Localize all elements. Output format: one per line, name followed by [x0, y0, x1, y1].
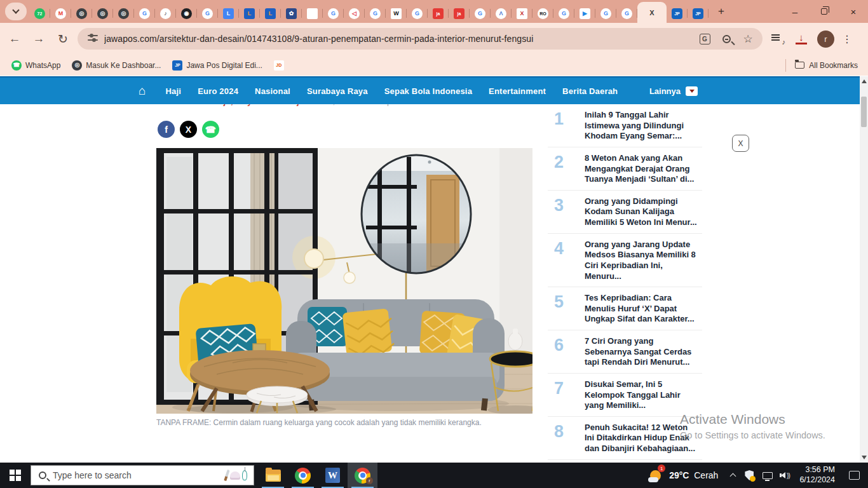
scrollbar-thumb[interactable] [861, 97, 867, 127]
nav-link[interactable]: Surabaya Raya [307, 86, 368, 96]
browser-tab[interactable]: G [323, 4, 344, 23]
window-close-button[interactable]: × [839, 0, 868, 23]
taskbar-search[interactable] [31, 465, 254, 485]
nav-link[interactable]: Nasional [255, 86, 290, 96]
ad-close-button[interactable]: X [732, 135, 749, 152]
browser-tab[interactable]: G [470, 4, 491, 23]
search-input[interactable] [53, 470, 226, 480]
network-icon[interactable] [759, 463, 776, 488]
bookmark-item[interactable]: ☎ WhatsApp [11, 60, 60, 71]
scroll-up-arrow[interactable] [862, 79, 867, 83]
article-title-link[interactable]: Orang yang Didampingi Kodam Sunan Kalija… [585, 196, 702, 228]
browser-tab[interactable]: ✿ [281, 4, 302, 23]
start-button[interactable] [0, 463, 31, 488]
browser-tab[interactable]: M [50, 4, 71, 23]
browser-tab[interactable]: G [197, 4, 218, 23]
browser-tab[interactable]: X [512, 4, 532, 23]
notification-center-icon[interactable] [843, 463, 865, 488]
popular-article-item[interactable]: 7 Disukai Semar, Ini 5 Kelompok Tanggal … [548, 374, 702, 417]
scroll-down-arrow[interactable] [862, 456, 867, 459]
browser-tab[interactable]: ◉ [176, 4, 197, 23]
browser-tab[interactable]: G [616, 4, 637, 23]
tray-chevron-up-icon[interactable] [724, 463, 742, 488]
browser-menu-icon[interactable]: ⋮ [842, 33, 852, 45]
article-title-link[interactable]: Tes Kepribadian: Cara Menulis Huruf ‘X’ … [585, 293, 702, 325]
browser-tab[interactable]: ▶ [574, 4, 595, 23]
tab-search-chevron-icon[interactable] [5, 3, 27, 20]
browser-tab[interactable]: G [134, 4, 155, 23]
all-bookmarks-button[interactable]: All Bookmarks [785, 59, 858, 72]
popular-article-item[interactable]: 6 7 Ciri Orang yang Sebenarnya Sangat Ce… [548, 330, 702, 374]
media-playlist-icon[interactable] [771, 34, 784, 44]
browser-tab[interactable]: G [595, 4, 616, 23]
browser-tab[interactable]: ◎ [71, 4, 92, 23]
article-title-link[interactable]: 7 Ciri Orang yang Sebenarnya Sangat Cerd… [585, 336, 702, 368]
profile-avatar[interactable]: r [817, 30, 834, 48]
new-tab-button[interactable]: + [712, 3, 730, 20]
browser-tab[interactable]: ◁ [344, 4, 365, 23]
browser-tab[interactable]: JP [688, 4, 709, 23]
bookmark-item[interactable]: JD [274, 60, 288, 71]
browser-tab[interactable]: 72 [29, 4, 50, 23]
browser-tab[interactable]: RO [532, 4, 553, 23]
taskbar-word[interactable]: W [318, 463, 348, 488]
bookmark-item[interactable]: JP Jawa Pos Digital Edi... [172, 60, 262, 71]
article-title-link[interactable]: Orang yang Jarang Update Medsos Biasanya… [585, 240, 702, 282]
taskbar-chrome-active[interactable]: r [348, 463, 377, 488]
browser-tab[interactable]: L [260, 4, 281, 23]
article-title-link[interactable]: Disukai Semar, Ini 5 Kelompok Tanggal La… [585, 379, 702, 411]
taskbar-file-explorer[interactable] [258, 463, 288, 488]
popular-article-item[interactable]: 1 Inilah 9 Tanggal Lahir Istimewa yang D… [548, 104, 702, 147]
nav-link[interactable]: Berita Daerah [562, 86, 618, 96]
browser-tab[interactable]: G [553, 4, 574, 23]
speaker-icon[interactable]: )) [776, 463, 793, 488]
url-text[interactable]: jawapos.com/arsitektur-dan-desain/014743… [104, 34, 691, 44]
browser-tab[interactable]: G [365, 4, 386, 23]
share-button[interactable]: f [158, 121, 175, 138]
nav-more[interactable]: Lainnya [649, 86, 698, 96]
share-button[interactable]: X [180, 121, 197, 138]
browser-tab-active[interactable]: X [637, 2, 667, 23]
browser-tab[interactable]: JP [667, 4, 688, 23]
back-button[interactable]: ← [5, 29, 24, 48]
browser-tab[interactable]: ♪ [155, 4, 176, 23]
browser-tab[interactable]: ja [428, 4, 449, 23]
window-minimize-button[interactable]: – [780, 0, 810, 23]
zoom-out-icon[interactable] [718, 30, 735, 47]
download-icon[interactable]: ↓ [796, 33, 807, 44]
bookmark-star-icon[interactable]: ☆ [740, 30, 756, 47]
article-title-link[interactable]: 8 Weton Anak yang Akan Mengangkat Deraja… [585, 153, 702, 185]
browser-tab[interactable]: L [239, 4, 260, 23]
address-bar[interactable]: jawapos.com/arsitektur-dan-desain/014743… [78, 28, 763, 50]
bookmark-item[interactable]: ◎ Masuk Ke Dashboar... [72, 60, 161, 71]
browser-tab[interactable]: ◎ [92, 4, 113, 23]
browser-tab[interactable] [302, 4, 323, 23]
browser-tab[interactable]: ◎ [113, 4, 134, 23]
popular-article-item[interactable]: 5 Tes Kepribadian: Cara Menulis Huruf ‘X… [548, 287, 702, 330]
browser-tab[interactable]: ja [449, 4, 470, 23]
nav-link[interactable]: Haji [165, 86, 181, 96]
nav-link[interactable]: Entertainment [489, 86, 546, 96]
window-restore-button[interactable] [810, 0, 839, 23]
share-button[interactable]: ☎ [202, 121, 219, 138]
browser-tab[interactable]: G [407, 4, 428, 23]
popular-article-item[interactable]: 3 Orang yang Didampingi Kodam Sunan Kali… [548, 191, 702, 234]
taskbar-chrome[interactable] [288, 463, 318, 488]
home-icon[interactable]: ⌂ [139, 84, 146, 98]
forward-button[interactable]: → [29, 29, 48, 48]
reload-button[interactable]: ↻ [53, 29, 72, 48]
popular-article-item[interactable]: 8 Penuh Sukacita! 12 Weton Ini Ditakdirk… [548, 417, 702, 460]
site-settings-icon[interactable] [88, 35, 98, 43]
popular-article-item[interactable]: 2 8 Weton Anak yang Akan Mengangkat Dera… [548, 147, 702, 191]
browser-tab[interactable]: W [386, 4, 407, 23]
nav-link[interactable]: Sepak Bola Indonesia [384, 86, 472, 96]
translate-icon[interactable]: G [696, 30, 713, 47]
page-scrollbar[interactable] [860, 76, 868, 463]
nav-link[interactable]: Euro 2024 [198, 86, 238, 96]
browser-tab[interactable]: Λ [491, 4, 512, 23]
article-title-link[interactable]: Inilah 9 Tanggal Lahir Istimewa yang Dil… [585, 110, 702, 142]
taskbar-weather[interactable]: 1 29°C Cerah [648, 467, 718, 484]
defender-shield-icon[interactable] [742, 463, 759, 488]
chevron-down-icon[interactable] [686, 86, 698, 96]
taskbar-clock[interactable]: 3:56 PM 6/12/2024 [799, 465, 835, 485]
